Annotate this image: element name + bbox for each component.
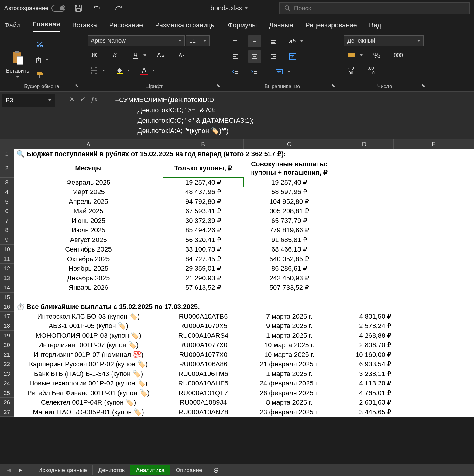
cell[interactable] bbox=[335, 206, 394, 216]
cell[interactable]: Интерскол КЛС БО-03 (купон 🏷️) bbox=[14, 312, 163, 321]
row-header[interactable]: 12 bbox=[0, 264, 14, 273]
cell[interactable] bbox=[394, 225, 474, 235]
tab-review[interactable]: Рецензирование bbox=[305, 21, 357, 32]
row-header[interactable]: 4 bbox=[0, 187, 14, 197]
cell[interactable] bbox=[335, 245, 394, 254]
tab-page-layout[interactable]: Разметка страницы bbox=[155, 21, 216, 32]
row-header[interactable]: 20 bbox=[0, 340, 14, 350]
row-header[interactable]: 16 bbox=[0, 302, 14, 312]
tab-view[interactable]: Вид bbox=[369, 21, 381, 32]
name-box[interactable]: B3 bbox=[2, 94, 55, 107]
cell[interactable]: 9 марта 2025 г. bbox=[244, 321, 335, 331]
cell[interactable] bbox=[394, 340, 474, 350]
cell[interactable]: 19 257,40 ₽ bbox=[163, 178, 244, 187]
comma-style-button[interactable]: 000 bbox=[391, 49, 406, 61]
cell[interactable] bbox=[394, 293, 474, 302]
cell[interactable]: Октябрь 2025 bbox=[14, 254, 163, 264]
row-header[interactable]: 18 bbox=[0, 321, 14, 331]
cell[interactable]: Интерлизинг 001Р-07 (купон 🏷️) bbox=[14, 340, 163, 350]
align-bottom-button[interactable] bbox=[267, 35, 280, 47]
cell[interactable] bbox=[335, 149, 394, 159]
cell[interactable]: 24 февраля 2025 г. bbox=[244, 378, 335, 388]
cell[interactable] bbox=[394, 235, 474, 245]
tab-formulas[interactable]: Формулы bbox=[228, 21, 257, 32]
cell[interactable]: Декабрь 2025 bbox=[14, 273, 163, 283]
cell[interactable] bbox=[244, 302, 335, 312]
document-title[interactable]: bonds.xlsx bbox=[211, 4, 248, 12]
cell[interactable]: 94 792,80 ₽ bbox=[163, 197, 244, 207]
merge-cells-button[interactable] bbox=[272, 66, 286, 78]
row-header[interactable]: 14 bbox=[0, 283, 14, 293]
cell[interactable]: 4 268,88 ₽ bbox=[335, 331, 394, 341]
cell[interactable]: 8 марта 2025 г. bbox=[244, 398, 335, 407]
cell[interactable] bbox=[335, 273, 394, 283]
dialog-launcher-icon[interactable]: ⬊ bbox=[331, 83, 335, 89]
row-header[interactable]: 2 bbox=[0, 159, 14, 178]
cell[interactable] bbox=[394, 350, 474, 360]
cell[interactable]: RU000A106A86 bbox=[163, 359, 244, 369]
cell[interactable] bbox=[335, 187, 394, 197]
fx-button[interactable]: ƒx bbox=[91, 95, 98, 103]
cell[interactable] bbox=[394, 254, 474, 264]
cell[interactable] bbox=[394, 206, 474, 216]
cell[interactable] bbox=[335, 197, 394, 207]
cell[interactable]: 29 359,01 ₽ bbox=[163, 264, 244, 273]
cell[interactable]: МОНОПОЛИЯ 001Р-03 (купон 🏷️) bbox=[14, 331, 163, 341]
cell[interactable]: 26 февраля 2025 г. bbox=[244, 388, 335, 398]
percent-button[interactable]: % bbox=[370, 49, 383, 61]
align-top-button[interactable] bbox=[229, 35, 242, 47]
cell[interactable]: 2 806,70 ₽ bbox=[335, 340, 394, 350]
align-center-button[interactable] bbox=[248, 50, 261, 63]
cell[interactable] bbox=[335, 159, 394, 178]
cell[interactable]: 19 257,40 ₽ bbox=[244, 178, 335, 187]
row-header[interactable]: 19 bbox=[0, 331, 14, 341]
col-header-D[interactable]: D bbox=[335, 139, 394, 149]
chevron-down-icon[interactable] bbox=[102, 70, 105, 71]
cell[interactable] bbox=[244, 149, 335, 159]
cell[interactable]: 4 765,01 ₽ bbox=[335, 388, 394, 398]
cell[interactable]: RU000A101QF7 bbox=[163, 388, 244, 398]
cell[interactable]: 10 марта 2025 г. bbox=[244, 340, 335, 350]
cell[interactable]: 48 437,96 ₽ bbox=[163, 187, 244, 197]
cell[interactable]: Август 2025 bbox=[14, 235, 163, 245]
cancel-formula-button[interactable]: ✕ bbox=[69, 95, 74, 103]
cell[interactable] bbox=[394, 302, 474, 312]
cell[interactable]: 85 494,26 ₽ bbox=[163, 225, 244, 235]
search-input[interactable]: Поиск bbox=[279, 2, 470, 14]
cell[interactable]: Июнь 2025 bbox=[14, 216, 163, 226]
tab-draw[interactable]: Рисование bbox=[109, 21, 143, 32]
select-all-corner[interactable] bbox=[0, 139, 14, 149]
cell[interactable] bbox=[394, 264, 474, 273]
cell[interactable]: Ноябрь 2025 bbox=[14, 264, 163, 273]
sheet-tab-next[interactable]: ► bbox=[15, 467, 27, 474]
cell[interactable]: 779 819,66 ₽ bbox=[244, 225, 335, 235]
cell[interactable] bbox=[394, 359, 474, 369]
cell[interactable]: Июль 2025 bbox=[14, 225, 163, 235]
accept-formula-button[interactable]: ✓ bbox=[80, 95, 85, 103]
row-header[interactable]: 8 bbox=[0, 225, 14, 235]
cell[interactable]: 305 208,81 ₽ bbox=[244, 206, 335, 216]
cell[interactable]: 23 февраля 2025 г. bbox=[244, 407, 335, 417]
font-size-combo[interactable]: 11 bbox=[186, 35, 210, 46]
redo-button[interactable] bbox=[112, 2, 124, 14]
chevron-down-icon[interactable] bbox=[143, 54, 146, 56]
row-header[interactable]: 1 bbox=[0, 149, 14, 159]
bold-button[interactable]: Ж bbox=[88, 49, 101, 61]
cell[interactable] bbox=[394, 398, 474, 407]
cut-button[interactable] bbox=[31, 38, 49, 50]
font-name-combo[interactable]: Aptos Narrow bbox=[88, 35, 185, 46]
chevron-down-icon[interactable] bbox=[127, 70, 130, 71]
cell[interactable]: 4 113,20 ₽ bbox=[335, 378, 394, 388]
cell[interactable]: 2 578,24 ₽ bbox=[335, 321, 394, 331]
cell[interactable]: Селектел 001Р-04R (купон 🏷️) bbox=[14, 398, 163, 407]
cell[interactable] bbox=[244, 293, 335, 302]
row-header[interactable]: 24 bbox=[0, 378, 14, 388]
row-header[interactable]: 23 bbox=[0, 369, 14, 379]
col-header-C[interactable]: C bbox=[244, 139, 335, 149]
cell[interactable]: 3 445,65 ₽ bbox=[335, 407, 394, 417]
cell[interactable]: 30 372,39 ₽ bbox=[163, 216, 244, 226]
formula-input[interactable]: =СУММЕСЛИМН(Ден.поток!D:D; Ден.поток!C:C… bbox=[103, 92, 474, 139]
cell[interactable]: 21 290,93 ₽ bbox=[163, 273, 244, 283]
fill-color-button[interactable] bbox=[112, 64, 126, 77]
cell[interactable]: ⏱️ Все ближайшие выплаты с 15.02.2025 по… bbox=[14, 302, 163, 312]
